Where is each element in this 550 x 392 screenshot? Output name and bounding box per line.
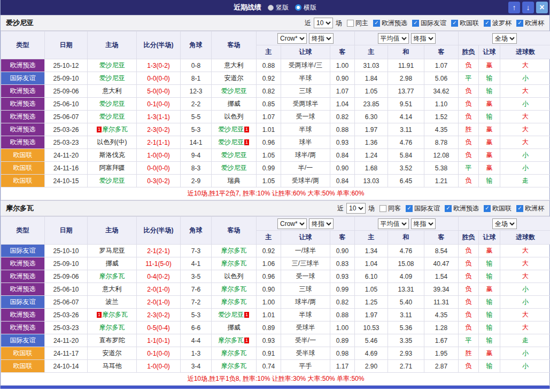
average-select[interactable]: 平均值 [378, 218, 409, 229]
home-team-cell[interactable]: 爱沙尼亚 [88, 59, 137, 72]
away-team-cell[interactable]: 爱沙尼亚1 [212, 136, 257, 149]
away-team-cell[interactable]: 挪威 [212, 322, 257, 334]
home-team-cell[interactable]: 摩尔多瓦 [88, 270, 137, 283]
home-odds-cell: 0.99 [257, 162, 281, 175]
handicap-result-cell: 输 [479, 334, 500, 347]
scroll-up-button[interactable]: ↑ [508, 2, 520, 13]
competition-checkbox[interactable]: ✓ [451, 20, 458, 27]
same-venue-checkbox[interactable] [347, 20, 354, 27]
home-team-cell[interactable]: 1摩尔多瓦 [88, 309, 137, 322]
score-cell[interactable]: 11-1(5-0) [137, 257, 181, 270]
scroll-down-button[interactable]: ↓ [522, 2, 534, 13]
away-team-cell[interactable]: 爱沙尼亚 [212, 149, 257, 162]
score-cell[interactable]: 0-1(0-0) [137, 98, 181, 111]
odds-source-select[interactable]: Crow* [277, 33, 307, 44]
home-team-cell[interactable]: 罗马尼亚 [88, 245, 137, 257]
score-cell[interactable]: 0-3(0-2) [137, 175, 181, 187]
home-team-cell[interactable]: 马耳他 [88, 360, 137, 373]
score-cell[interactable]: 2-0(1-0) [137, 283, 181, 296]
competition-checkbox[interactable]: ✓ [406, 205, 413, 212]
average-stage-select[interactable]: 终指 [411, 218, 436, 229]
competition-checkbox[interactable]: ✓ [484, 20, 491, 27]
away-team-cell[interactable]: 爱沙尼亚 [212, 162, 257, 175]
home-team-cell[interactable]: 摩尔多瓦 [88, 322, 137, 334]
odds-source-select[interactable]: Crow* [277, 218, 307, 229]
home-team-cell[interactable]: 爱沙尼亚 [88, 175, 137, 187]
score-cell[interactable]: 0-5(0-4) [137, 322, 181, 334]
away-team-cell[interactable]: 以色列 [212, 111, 257, 123]
sub-column-header: 进球数 [500, 231, 550, 245]
horizontal-scrollbar[interactable] [1, 386, 549, 389]
score-cell[interactable]: 2-1(2-1) [137, 245, 181, 257]
layout-vertical-radio[interactable]: 竖版 [268, 3, 289, 12]
home-team-cell[interactable]: 爱沙尼亚 [88, 111, 137, 123]
away-team-cell[interactable]: 意大利 [212, 59, 257, 72]
match-row: 欧洲预选25-03-261摩尔多瓦2-3(0-2)5-3爱沙尼亚11.01半球0… [1, 309, 550, 322]
score-cell[interactable]: 1-3(0-2) [137, 59, 181, 72]
score-cell[interactable]: 2-3(0-2) [137, 123, 181, 136]
home-team-cell[interactable]: 波兰 [88, 296, 137, 309]
away-team-cell[interactable]: 以色列 [212, 270, 257, 283]
score-cell[interactable]: 1-3(1-1) [137, 111, 181, 123]
score-cell[interactable]: 2-0(1-0) [137, 296, 181, 309]
results-table: 类型日期主场比分(半场)角球客场Crow*终指平均值终指全场主让球客主和客胜负让… [1, 31, 550, 200]
away-team-cell[interactable]: 挪威 [212, 98, 257, 111]
home-team-cell[interactable]: 爱沙尼亚 [88, 72, 137, 85]
home-team-cell[interactable]: 爱沙尼亚 [88, 98, 137, 111]
away-team-cell[interactable]: 摩尔多瓦 [212, 257, 257, 270]
score-cell[interactable]: 1-0(0-0) [137, 360, 181, 373]
competition-checkbox[interactable]: ✓ [516, 20, 523, 27]
home-team-cell[interactable]: 意大利 [88, 283, 137, 296]
home-team-cell[interactable]: 阿塞拜疆 [88, 162, 137, 175]
home-team-cell[interactable]: 安道尔 [88, 347, 137, 360]
handicap-cell: 受一球 [281, 270, 330, 283]
home-team-cell[interactable]: 挪威 [88, 257, 137, 270]
competition-checkbox[interactable]: ✓ [412, 20, 419, 27]
layout-horizontal-radio[interactable]: 横版 [295, 3, 316, 12]
score-cell[interactable]: 2-1(1-1) [137, 136, 181, 149]
score-cell[interactable]: 1-0(0-0) [137, 149, 181, 162]
away-team-cell[interactable]: 摩尔多瓦 [212, 360, 257, 373]
score-cell[interactable]: 0-4(0-2) [137, 270, 181, 283]
competition-checkbox[interactable]: ✓ [484, 205, 491, 212]
score-cell[interactable]: 2-3(0-2) [137, 309, 181, 322]
away-team-cell[interactable]: 摩尔多瓦 [212, 245, 257, 257]
home-odds-cell: 0.82 [257, 85, 281, 98]
match-count-select[interactable]: 10 [314, 18, 333, 28]
match-count-select[interactable]: 10 [346, 203, 366, 214]
close-button[interactable]: × [536, 2, 548, 13]
score-cell[interactable]: 0-0(0-0) [137, 72, 181, 85]
away-team-cell[interactable]: 瑞典 [212, 175, 257, 187]
score-cell[interactable]: 0-1(0-0) [137, 347, 181, 360]
away-team-cell[interactable]: 爱沙尼亚1 [212, 123, 257, 136]
home-team-cell[interactable]: 直布罗陀 [88, 334, 137, 347]
competition-checkbox[interactable]: ✓ [516, 205, 523, 212]
odds-stage-select[interactable]: 终指 [309, 218, 334, 229]
competition-checkbox[interactable]: ✓ [373, 20, 380, 27]
handicap-cell: 平手 [281, 360, 330, 373]
away-team-cell[interactable]: 摩尔多瓦 [212, 283, 257, 296]
away-team-cell[interactable]: 摩尔多瓦 [212, 347, 257, 360]
score-cell[interactable]: 5-0(0-0) [137, 85, 181, 98]
away-team-cell[interactable]: 爱沙尼亚1 [212, 309, 257, 322]
competition-checkbox[interactable]: ✓ [445, 205, 452, 212]
home-team-cell[interactable]: 斯洛伐克 [88, 149, 137, 162]
handicap-result-cell: 赢 [479, 59, 500, 72]
score-cell[interactable]: 0-0(0-0) [137, 162, 181, 175]
away-team-cell[interactable]: 摩尔多瓦 [212, 296, 257, 309]
home-team-cell[interactable]: 1摩尔多瓦 [88, 123, 137, 136]
away-team-cell[interactable]: 摩尔多瓦1 [212, 334, 257, 347]
away-team-name: 以色列 [224, 113, 244, 120]
away-team-cell[interactable]: 安道尔 [212, 72, 257, 85]
home-team-cell[interactable]: 意大利 [88, 85, 137, 98]
home-team-cell[interactable]: 以色列(中) [88, 136, 137, 149]
result-cell: 负 [459, 59, 479, 72]
same-venue-checkbox[interactable] [379, 205, 386, 212]
average-select[interactable]: 平均值 [378, 33, 409, 44]
average-stage-select[interactable]: 终指 [411, 33, 436, 44]
odds-stage-select[interactable]: 终指 [309, 33, 334, 44]
scope-select[interactable]: 全场 [492, 33, 517, 44]
score-cell[interactable]: 1-1(0-1) [137, 334, 181, 347]
scope-select[interactable]: 全场 [492, 218, 517, 229]
away-team-cell[interactable]: 爱沙尼亚 [212, 85, 257, 98]
